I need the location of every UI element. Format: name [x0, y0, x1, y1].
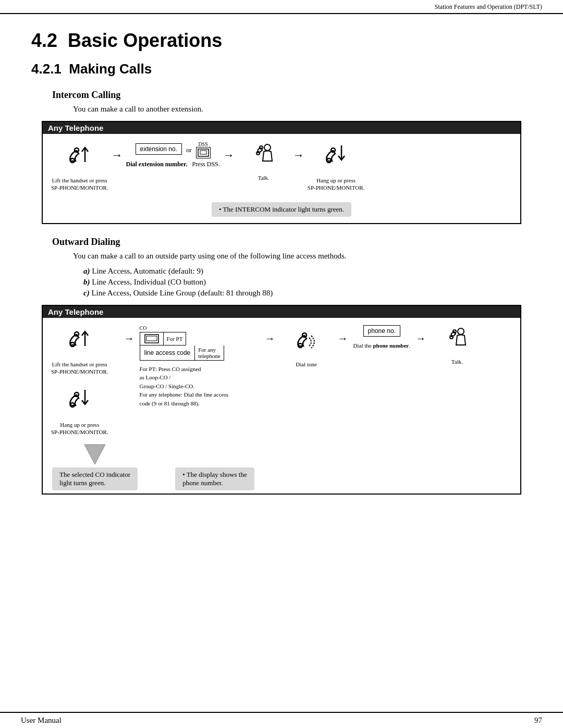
dial-phone-caption: Dial the phone number. — [353, 342, 410, 349]
dss-small-label: DSS — [199, 141, 208, 147]
outward-step1: Lift the handset or press SP-PHONE/MONIT… — [51, 325, 108, 376]
dial-caption: Dial extension number. — [126, 161, 188, 168]
intercom-step1-caption: Lift the handset or press SP-PHONE/MONIT… — [51, 177, 108, 192]
press-dss-caption: Press DSS. — [192, 161, 219, 168]
outward-talk-step: Talk. — [431, 325, 483, 365]
outward-dial-tone-step: Dial tone — [280, 325, 333, 368]
outward-middle-col: CO For PT — [140, 325, 254, 408]
header-text: Station Features and Operation (DPT/SLT) — [435, 3, 542, 10]
outward-hangup-caption: Hang up or press SP-PHONE/MONITOR. — [51, 421, 108, 436]
outward-info-bubbles: The selected CO indicatorlight turns gre… — [43, 441, 520, 493]
list-item: c) Line Access, Outside Line Group (defa… — [83, 289, 532, 298]
talk-icon2 — [444, 325, 470, 355]
intercom-any-telephone-box: Any Telephone — [42, 121, 521, 224]
outward-step1-caption: Lift the handset or press SP-PHONE/MONIT… — [51, 361, 108, 376]
dial-tone-icon — [292, 325, 321, 357]
phone-no-button: phone no. — [363, 325, 400, 337]
svg-rect-3 — [198, 149, 209, 156]
outward-title: Outward Dialing — [52, 237, 532, 248]
outward-box-label: Any Telephone — [43, 306, 520, 318]
for-any-text: For any — [198, 347, 221, 353]
display-note: The display shows thephone number. — [175, 467, 254, 490]
arrow3: → — [293, 141, 304, 162]
for-pt-text: For PT — [167, 336, 183, 342]
outward-dial-phone-step: phone no. Dial the phone number. — [353, 325, 410, 349]
or-text: or — [186, 146, 192, 154]
outward-left-col: Lift the handset or press SP-PHONE/MONIT… — [51, 325, 108, 436]
intercom-step2: extension no. or DSS — [126, 141, 220, 168]
outward-description: You can make a call to an outside party … — [73, 252, 532, 261]
arrow1: → — [112, 141, 123, 162]
outward-talk-caption: Talk. — [451, 358, 463, 365]
outward-list: a) Line Access, Automatic (default: 9) b… — [83, 267, 532, 298]
lift-handset-icon2 — [65, 325, 94, 357]
outward-dialing-section: Outward Dialing You can make a call to a… — [31, 237, 532, 495]
dss-button — [196, 147, 211, 158]
intercom-step3-caption: Talk. — [258, 174, 270, 181]
svg-point-21 — [458, 328, 464, 335]
intercom-step1: Lift the handset or press SP-PHONE/MONIT… — [51, 141, 108, 192]
outward-step-hangup: Hang up or press SP-PHONE/MONITOR. — [51, 386, 108, 436]
svg-rect-17 — [145, 335, 158, 343]
intercom-box-label: Any Telephone — [43, 122, 520, 134]
lift-handset-icon — [65, 141, 94, 174]
svg-rect-18 — [146, 336, 157, 341]
footer-right: 97 — [534, 716, 542, 725]
intercom-title: Intercom Calling — [52, 90, 532, 101]
intercom-calling-section: Intercom Calling You can make a call to … — [31, 90, 532, 224]
intercom-step3: Talk. — [238, 141, 290, 181]
hangup-icon — [322, 141, 350, 174]
co-label-small: CO — [140, 325, 147, 331]
intercom-description: You can make a call to another extension… — [73, 105, 532, 114]
list-item: a) Line Access, Automatic (default: 9) — [83, 267, 532, 276]
line-access-label: line access code — [144, 349, 191, 356]
arrow2: → — [223, 141, 235, 162]
pt-caption: For PT: Press CO assigned as Loop-CO / G… — [140, 365, 228, 408]
intercom-step4-caption: Hang up or press SP-PHONE/MONITOR. — [308, 177, 365, 192]
co-indicator-note: The selected CO indicatorlight turns gre… — [52, 467, 138, 490]
chapter-title: 4.2 Basic Operations — [31, 30, 532, 52]
svg-rect-4 — [200, 151, 206, 154]
svg-point-5 — [264, 144, 271, 151]
header-bar: Station Features and Operation (DPT/SLT) — [0, 0, 563, 14]
outward-any-telephone-box: Any Telephone — [42, 305, 521, 495]
footer-left: User Manual — [21, 716, 62, 725]
telephone-text: telephone — [198, 353, 221, 359]
svg-marker-24 — [84, 445, 105, 464]
extension-no-button: extension no. — [136, 143, 182, 155]
intercom-indicator-note: The INTERCOM indicator light turns green… — [212, 202, 351, 217]
footer: User Manual 97 — [0, 712, 563, 728]
hangup-icon2 — [65, 386, 94, 418]
section-title: 4.2.1 Making Calls — [31, 61, 532, 77]
intercom-step4: Hang up or press SP-PHONE/MONITOR. — [308, 141, 365, 192]
list-item: b) Line Access, Individual (CO button) — [83, 278, 532, 287]
dial-tone-caption: Dial tone — [296, 361, 317, 368]
talk-icon — [251, 141, 277, 171]
